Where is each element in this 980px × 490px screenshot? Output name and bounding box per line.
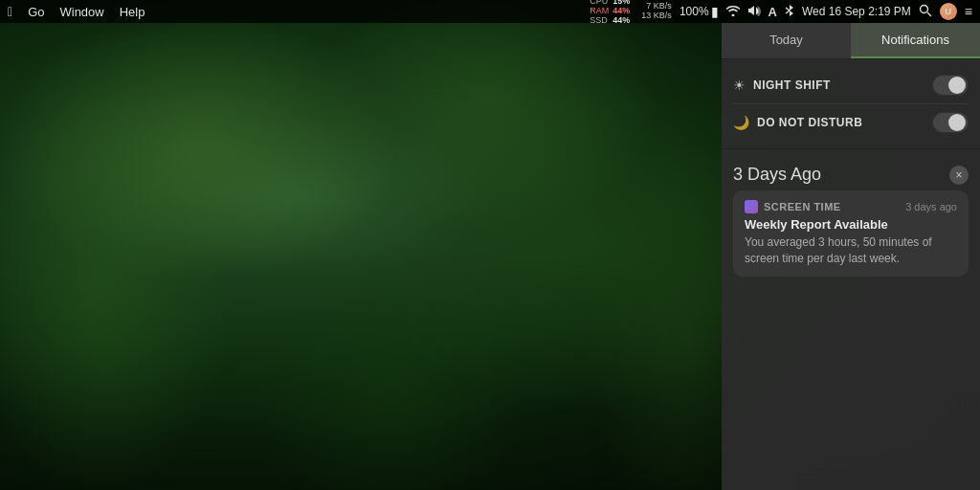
font-icon[interactable]: A: [768, 5, 777, 19]
notification-card-screentime[interactable]: SCREEN TIME 3 days ago Weekly Report Ava…: [733, 190, 969, 277]
menubar-left:  Go Window Help: [8, 4, 145, 19]
battery-icon: ▮: [711, 4, 719, 19]
day-label: 3 Days Ago: [733, 165, 821, 185]
tab-today[interactable]: Today: [722, 23, 851, 58]
tab-notifications[interactable]: Notifications: [851, 23, 980, 58]
notif-app-name: SCREEN TIME: [764, 201, 841, 212]
user-avatar[interactable]: U: [940, 3, 957, 20]
menubar:  Go Window Help CPU RAM SSD 15% 44% 44%…: [0, 0, 980, 23]
search-icon[interactable]: [919, 4, 932, 20]
menu-item-window[interactable]: Window: [59, 5, 103, 19]
night-shift-label-group: ☀ NIGHT SHIFT: [733, 78, 831, 93]
night-shift-icon: ☀: [733, 78, 746, 93]
menubar-right: CPU RAM SSD 15% 44% 44% 7 KB/s 13 KB/s 1…: [590, 0, 972, 26]
notif-app-info: SCREEN TIME: [745, 200, 841, 213]
do-not-disturb-row: 🌙 DO NOT DISTURB: [733, 103, 969, 141]
day-header: 3 Days Ago ×: [733, 157, 969, 190]
menu-item-go[interactable]: Go: [28, 5, 44, 19]
svg-point-2: [920, 5, 927, 12]
screen-time-app-icon: [745, 200, 758, 213]
toggle-section: ☀ NIGHT SHIFT 🌙 DO NOT DISTURB: [722, 59, 980, 149]
system-stats: CPU RAM SSD 15% 44% 44%: [590, 0, 630, 26]
day-group-3days: 3 Days Ago × SCREEN TIME 3 days ago Week…: [722, 149, 980, 277]
dnd-icon: 🌙: [733, 115, 749, 130]
dnd-label-group: 🌙 DO NOT DISTURB: [733, 115, 862, 130]
dnd-toggle[interactable]: [932, 112, 969, 133]
battery-status: 100% ▮: [679, 4, 719, 19]
night-shift-row: ☀ NIGHT SHIFT: [733, 67, 969, 103]
clear-group-button[interactable]: ×: [949, 166, 969, 185]
network-stats: 7 KB/s 13 KB/s: [641, 2, 672, 21]
list-menu-icon[interactable]: ≡: [965, 4, 972, 19]
notification-panel: Today Notifications ☀ NIGHT SHIFT 🌙 DO N…: [722, 23, 980, 490]
stat-labels: CPU RAM SSD: [590, 0, 609, 26]
wifi-icon[interactable]: [726, 5, 740, 19]
svg-line-1: [786, 11, 790, 13]
notif-card-header: SCREEN TIME 3 days ago: [745, 200, 957, 213]
datetime-display: Wed 16 Sep 2:19 PM: [802, 5, 911, 18]
notification-content: 3 Days Ago × SCREEN TIME 3 days ago Week…: [722, 149, 980, 490]
notif-timestamp: 3 days ago: [905, 201, 957, 212]
tab-bar: Today Notifications: [722, 23, 980, 59]
svg-line-3: [927, 12, 931, 16]
dnd-label: DO NOT DISTURB: [757, 116, 862, 129]
volume-icon[interactable]: [747, 5, 761, 19]
bluetooth-icon[interactable]: [785, 4, 794, 20]
menu-item-help[interactable]: Help: [120, 5, 145, 19]
night-shift-label: NIGHT SHIFT: [753, 78, 831, 92]
apple-menu[interactable]: : [8, 4, 12, 19]
night-shift-toggle[interactable]: [932, 75, 969, 96]
stat-values: 15% 44% 44%: [612, 0, 630, 26]
notif-title: Weekly Report Available: [745, 217, 957, 232]
notif-body: You averaged 3 hours, 50 minutes of scre…: [745, 234, 957, 267]
